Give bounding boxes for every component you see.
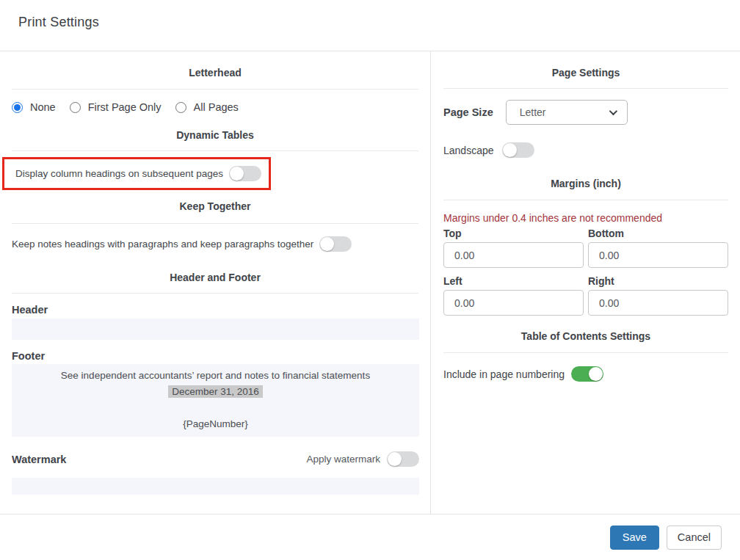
page-size-label: Page Size bbox=[443, 106, 493, 118]
radio-label: None bbox=[30, 101, 56, 113]
letterhead-option-first-page-only[interactable]: First Page Only bbox=[70, 101, 162, 113]
header-label: Header bbox=[12, 304, 418, 316]
footer-date-highlight: December 31, 2016 bbox=[168, 385, 263, 398]
display-column-headings-label: Display column headings on subsequent pa… bbox=[15, 168, 223, 179]
footer-label: Footer bbox=[12, 350, 418, 362]
margin-top-input[interactable] bbox=[443, 242, 584, 268]
margins-heading: Margins (inch) bbox=[443, 178, 728, 189]
chevron-down-icon bbox=[609, 107, 617, 115]
include-page-numbering-label: Include in page numbering bbox=[443, 368, 565, 380]
margin-bottom-label: Bottom bbox=[588, 228, 728, 239]
footer-input[interactable]: See independent accountants’ report and … bbox=[12, 364, 419, 437]
radio-icon[interactable] bbox=[175, 102, 186, 113]
letterhead-heading: Letterhead bbox=[12, 67, 418, 79]
page-size-value: Letter bbox=[520, 106, 546, 118]
watermark-input[interactable] bbox=[12, 478, 419, 495]
keep-together-row: Keep notes headings with paragraphs and … bbox=[12, 236, 418, 252]
margin-right-label: Right bbox=[588, 275, 728, 287]
left-column: Letterhead None First Page Only All Page… bbox=[0, 51, 431, 514]
cancel-button[interactable]: Cancel bbox=[667, 526, 722, 550]
section-divider bbox=[12, 150, 418, 151]
margin-field-top: Top bbox=[443, 228, 584, 268]
annotation-highlight-box: Display column headings on subsequent pa… bbox=[2, 157, 271, 190]
dynamic-tables-heading: Dynamic Tables bbox=[12, 129, 418, 141]
section-divider bbox=[443, 352, 728, 353]
header-input[interactable] bbox=[12, 319, 419, 340]
letterhead-options: None First Page Only All Pages bbox=[12, 101, 418, 113]
footer-pagenumber-line: {PageNumber} bbox=[12, 416, 419, 432]
action-bar: Save Cancel bbox=[0, 514, 740, 560]
toc-settings-heading: Table of Contents Settings bbox=[443, 330, 728, 342]
save-button[interactable]: Save bbox=[610, 526, 659, 550]
display-column-headings-toggle[interactable] bbox=[229, 166, 261, 181]
section-divider bbox=[12, 89, 418, 90]
margin-bottom-input[interactable] bbox=[588, 242, 728, 268]
letterhead-option-none[interactable]: None bbox=[12, 101, 56, 113]
margins-grid: Top Bottom Left Right bbox=[443, 228, 728, 316]
apply-watermark-group: Apply watermark bbox=[306, 451, 419, 467]
margin-right-input[interactable] bbox=[588, 290, 728, 316]
margin-left-label: Left bbox=[443, 275, 584, 287]
margin-top-label: Top bbox=[443, 228, 584, 239]
margin-field-left: Left bbox=[443, 275, 584, 316]
section-divider bbox=[443, 200, 728, 200]
toc-page-numbering-row: Include in page numbering bbox=[443, 366, 728, 382]
margins-warning-text: Margins under 0.4 inches are not recomme… bbox=[443, 212, 728, 224]
page-settings-heading: Page Settings bbox=[443, 67, 728, 79]
apply-watermark-toggle[interactable] bbox=[387, 451, 419, 467]
page-size-select[interactable]: Letter bbox=[506, 100, 628, 125]
section-divider bbox=[12, 293, 418, 294]
radio-icon[interactable] bbox=[70, 102, 81, 113]
margin-field-bottom: Bottom bbox=[588, 228, 728, 268]
margin-left-input[interactable] bbox=[443, 290, 584, 316]
header-footer-heading: Header and Footer bbox=[12, 272, 418, 283]
section-divider bbox=[12, 223, 418, 224]
keep-together-heading: Keep Together bbox=[12, 200, 418, 212]
footer-date-line: December 31, 2016 bbox=[12, 384, 419, 400]
watermark-row: Watermark Apply watermark bbox=[12, 451, 419, 467]
footer-empty-line bbox=[12, 400, 419, 416]
keep-together-label: Keep notes headings with paragraphs and … bbox=[12, 239, 313, 250]
landscape-label: Landscape bbox=[443, 145, 494, 156]
letterhead-option-all-pages[interactable]: All Pages bbox=[175, 101, 239, 113]
radio-label: First Page Only bbox=[88, 101, 162, 113]
title-bar: Print Settings bbox=[0, 0, 740, 51]
section-divider bbox=[443, 88, 728, 89]
landscape-row: Landscape bbox=[443, 142, 728, 158]
footer-text-line: See independent accountants’ report and … bbox=[12, 368, 419, 384]
main-content: Letterhead None First Page Only All Page… bbox=[0, 51, 740, 514]
apply-watermark-label: Apply watermark bbox=[306, 454, 380, 465]
page-title: Print Settings bbox=[18, 15, 740, 30]
keep-together-toggle[interactable] bbox=[319, 236, 352, 252]
include-page-numbering-toggle[interactable] bbox=[571, 366, 603, 382]
right-column: Page Settings Page Size Letter Landscape… bbox=[431, 51, 740, 514]
margin-field-right: Right bbox=[588, 275, 728, 316]
landscape-toggle[interactable] bbox=[502, 142, 534, 158]
print-settings-dialog: Print Settings Letterhead None First Pag… bbox=[0, 0, 740, 560]
watermark-label: Watermark bbox=[12, 454, 66, 465]
page-size-row: Page Size Letter bbox=[443, 100, 728, 125]
radio-label: All Pages bbox=[194, 101, 239, 113]
radio-icon[interactable] bbox=[12, 102, 23, 113]
